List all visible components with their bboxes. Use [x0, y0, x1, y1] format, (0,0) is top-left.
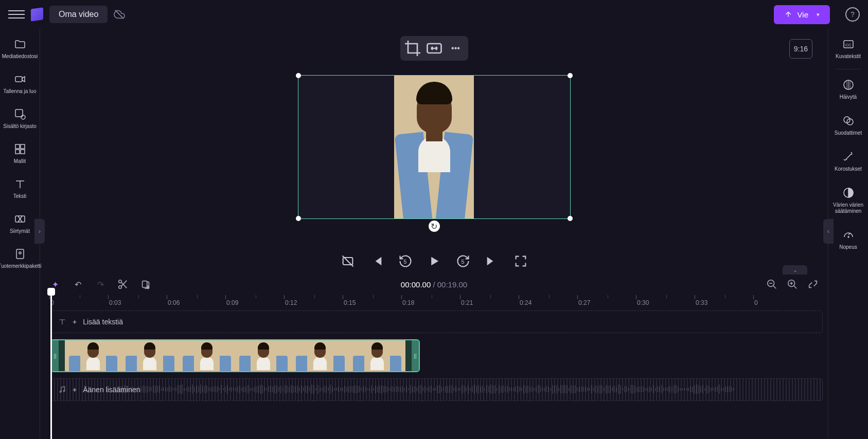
collapse-timeline-button[interactable]: ⌄ — [783, 265, 807, 275]
wand-icon — [842, 151, 855, 163]
export-label: Vie — [798, 10, 808, 19]
aspect-ratio-button[interactable]: 9:16 — [789, 39, 812, 59]
cloud-sync-off-icon[interactable] — [114, 9, 125, 20]
music-note-icon — [14, 108, 26, 120]
fit-timeline-button[interactable] — [807, 279, 819, 290]
top-bar: Oma video Vie ▾ ? — [0, 0, 868, 29]
tick: 0:12 — [285, 299, 297, 306]
waveform — [118, 385, 817, 395]
timeline-ruler[interactable]: 0 0:03 0:06 0:09 0:12 0:15 0:18 0:21 0:2… — [50, 294, 823, 310]
svg-rect-4 — [15, 144, 20, 149]
text-icon — [14, 178, 26, 190]
text-track[interactable]: + Lisää tekstiä — [50, 310, 823, 333]
tick: 0:30 — [637, 299, 649, 306]
sidebar-item-captions[interactable]: CC Kuvatekstit — [828, 38, 868, 60]
preview-zone: ••• 9:16 ↻ — [40, 29, 828, 250]
camera-icon — [14, 73, 26, 85]
sidebar-item-record[interactable]: Tallenna ja luo — [0, 73, 40, 95]
sidebar-item-fade[interactable]: Häivytä — [828, 79, 868, 100]
contrast-icon — [842, 187, 855, 199]
menu-button[interactable] — [8, 6, 25, 23]
resize-handle[interactable] — [568, 73, 573, 78]
forward-5-button[interactable]: 5 — [456, 254, 470, 268]
svg-point-29 — [63, 390, 65, 392]
copy-button[interactable]: + — [140, 279, 151, 290]
sidebar-item-speed[interactable]: Nopeus — [828, 229, 868, 250]
rotate-handle[interactable]: ↻ — [429, 221, 440, 232]
fullscreen-button[interactable] — [513, 254, 528, 268]
sidebar-item-filters[interactable]: Suodattimet — [828, 115, 868, 136]
clip-trim-right[interactable]: || — [412, 340, 419, 371]
sidebar-item-transitions[interactable]: Siirtymät — [0, 213, 40, 234]
help-button[interactable]: ? — [845, 7, 860, 22]
time-display: 00:00.00 / 00:19.00 — [401, 280, 467, 289]
timeline-tracks: + Lisää tekstiä || || + Äänen lisäämine — [50, 310, 823, 407]
fit-button[interactable] — [425, 39, 444, 58]
tick: 0:15 — [344, 299, 356, 306]
preview-canvas[interactable]: ↻ — [298, 75, 571, 219]
split-button[interactable] — [117, 279, 129, 290]
playback-controls: 5 5 — [40, 250, 828, 275]
svg-point-16 — [119, 280, 122, 283]
plus-icon: + — [73, 318, 77, 326]
music-icon — [58, 386, 66, 394]
right-sidebar: CC Kuvatekstit Häivytä Suodattimet Koros… — [828, 29, 868, 439]
tick: 0:24 — [520, 299, 532, 306]
sidebar-item-templates[interactable]: Mallit — [0, 143, 40, 164]
add-text-label: Lisää tekstiä — [83, 318, 123, 326]
sidebar-item-brand[interactable]: Tuotemerkkipaketti — [0, 248, 40, 269]
left-sidebar: Mediatiedostosi Tallenna ja luo Sisältö … — [0, 29, 40, 439]
sidebar-item-color-adjust[interactable]: Värien värien säätäminen — [828, 187, 868, 214]
zoom-out-button[interactable] — [766, 279, 777, 290]
zoom-in-button[interactable] — [787, 279, 798, 290]
resize-handle[interactable] — [568, 216, 573, 221]
preview-toolbar: ••• — [400, 36, 468, 61]
sidebar-item-media[interactable]: Mediatiedostosi — [0, 38, 40, 60]
svg-text:CC: CC — [845, 43, 852, 47]
svg-rect-1 — [15, 77, 22, 82]
sidebar-item-highlights[interactable]: Korostukset — [828, 151, 868, 172]
export-button[interactable]: Vie ▾ — [774, 5, 830, 24]
svg-rect-5 — [21, 144, 25, 149]
clip-trim-left[interactable]: || — [51, 340, 59, 371]
svg-line-22 — [773, 286, 776, 289]
filters-icon — [842, 115, 855, 127]
tick: 0:27 — [578, 299, 590, 306]
tick: 0:21 — [461, 299, 473, 306]
more-button[interactable]: ••• — [447, 39, 465, 58]
play-button[interactable] — [427, 254, 441, 268]
playhead[interactable] — [50, 291, 52, 439]
svg-point-28 — [60, 391, 61, 393]
no-preview-button[interactable] — [341, 254, 355, 268]
fade-icon — [842, 79, 855, 91]
crop-button[interactable] — [403, 39, 422, 58]
sidebar-item-text[interactable]: Teksti — [0, 178, 40, 199]
chevron-down-icon: ▾ — [817, 11, 820, 18]
tick: 0:03 — [109, 299, 121, 306]
undo-button[interactable]: ↶ — [72, 279, 83, 290]
project-title[interactable]: Oma video — [49, 6, 108, 23]
audio-track[interactable]: + Äänen lisääminen — [50, 378, 823, 401]
resize-handle[interactable] — [296, 73, 301, 78]
timeline-toolbar: ⌄ ✦ ↶ ↷ + 00:00.00 / 00:19.00 — [40, 275, 828, 294]
tick: 0:33 — [696, 299, 707, 306]
clip-thumbnails — [65, 340, 405, 371]
video-preview-content — [394, 76, 474, 218]
main-area: ••• 9:16 ↻ 5 5 — [40, 29, 828, 439]
speedometer-icon — [842, 229, 855, 241]
svg-line-25 — [794, 286, 797, 289]
resize-handle[interactable] — [296, 216, 301, 221]
sidebar-item-library[interactable]: Sisältö kirjasto — [0, 108, 40, 130]
svg-point-3 — [21, 115, 25, 119]
svg-text:5: 5 — [403, 259, 406, 265]
skip-end-button[interactable] — [485, 254, 499, 268]
app-logo-icon — [31, 7, 43, 21]
plus-icon: + — [73, 386, 77, 394]
rewind-5-button[interactable]: 5 — [398, 254, 413, 268]
collapse-right-panel[interactable]: ‹ — [823, 219, 834, 244]
redo-button[interactable]: ↷ — [95, 279, 106, 290]
video-clip[interactable]: || || — [50, 339, 420, 372]
cc-icon: CC — [842, 38, 855, 50]
skip-start-button[interactable] — [369, 254, 384, 268]
svg-point-17 — [119, 286, 122, 289]
